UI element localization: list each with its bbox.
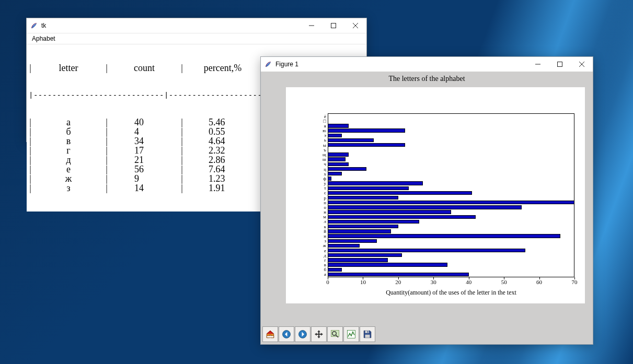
bar (328, 201, 574, 204)
y-tick-label: ж (323, 243, 328, 248)
save-button[interactable] (360, 326, 375, 342)
cell-percent: 0.55 (183, 127, 262, 136)
bar (328, 152, 349, 156)
bar (328, 268, 342, 272)
x-tick-label: 30 (431, 277, 436, 285)
y-tick-label: й (324, 229, 328, 234)
y-tick-label: х (324, 171, 328, 177)
x-tick-label: 50 (501, 277, 507, 285)
figure-feather-icon (264, 60, 272, 68)
cell-percent: 7.64 (183, 165, 262, 174)
y-tick-label: р (324, 195, 328, 201)
y-tick-label: о (324, 205, 328, 210)
y-tick-label: э (324, 133, 328, 138)
y-tick-label: ъ (324, 147, 328, 152)
cell-count: 9 (108, 174, 180, 183)
cell-count: 21 (108, 155, 180, 165)
tk-titlebar[interactable]: tk (27, 18, 366, 33)
cell-letter: д (32, 155, 105, 165)
cell-percent: 1.23 (183, 174, 262, 183)
bar (328, 138, 374, 142)
y-tick-label: н (324, 209, 328, 215)
y-tick-label: т (324, 185, 328, 191)
plot-background: Quantity(amount) of the uses of the lett… (286, 87, 585, 303)
cell-count: 34 (108, 136, 180, 146)
bar (328, 181, 423, 185)
maximize-button[interactable] (549, 57, 571, 72)
pan-button[interactable] (311, 326, 327, 342)
minimize-button[interactable] (527, 57, 549, 72)
zoom-button[interactable] (327, 326, 343, 342)
y-tick-label: л (324, 219, 328, 224)
y-tick-label: ч (324, 161, 328, 167)
y-tick-label: ё (324, 114, 328, 119)
menu-alphabet[interactable]: Aphabet (29, 34, 59, 43)
bar (328, 225, 398, 228)
cell-percent: 5.46 (183, 118, 262, 127)
bar (328, 191, 472, 195)
col-percent: percent,% (183, 63, 262, 73)
y-tick-label: ш (323, 157, 328, 162)
subplots-button[interactable] (343, 326, 359, 342)
y-tick-label: ы (323, 143, 328, 148)
cell-count: 14 (108, 183, 180, 193)
y-tick-label: ц (324, 167, 328, 172)
cell-percent: 2.32 (183, 146, 262, 155)
cell-percent: 4.64 (183, 136, 262, 146)
x-tick-label: 20 (395, 277, 401, 285)
cell-letter: а (32, 118, 105, 127)
cell-count: 4 (108, 127, 180, 136)
y-tick-label: с (324, 190, 328, 195)
x-tick-label: 60 (536, 277, 542, 285)
figure-canvas: The letters of the alphabet Quantity(amo… (261, 72, 593, 344)
cell-count: 56 (108, 165, 180, 174)
svg-rect-5 (558, 62, 562, 67)
x-tick-label: 0 (326, 277, 329, 285)
minimize-button[interactable] (301, 18, 323, 33)
close-button[interactable] (571, 57, 593, 72)
forward-button[interactable] (295, 326, 310, 342)
col-count: count (108, 63, 180, 73)
cell-letter: е (32, 165, 105, 174)
bar (328, 244, 360, 248)
bar (328, 234, 560, 238)
bar (328, 186, 409, 190)
y-tick-label: ь (324, 137, 328, 143)
y-tick-label: м (323, 214, 328, 219)
tk-menubar: Aphabet (27, 33, 366, 44)
bar (328, 220, 419, 224)
bar (328, 143, 405, 147)
svg-rect-8 (267, 336, 274, 338)
cell-letter: в (32, 136, 105, 146)
back-button[interactable] (279, 326, 294, 342)
close-button[interactable] (344, 18, 366, 33)
home-button[interactable] (262, 326, 278, 342)
bar (328, 253, 402, 257)
bar (328, 134, 342, 137)
y-tick-label: а (324, 272, 328, 277)
maximize-button[interactable] (323, 18, 344, 33)
y-tick-label: е (324, 248, 328, 253)
x-axis-label: Quantity(amount) of the uses of the lett… (328, 289, 574, 297)
figure-titlebar[interactable]: Figure 1 (261, 57, 593, 72)
matplotlib-toolbar (262, 326, 375, 342)
plot-area[interactable]: Quantity(amount) of the uses of the lett… (328, 113, 574, 277)
x-tick-label: 10 (360, 277, 366, 285)
y-tick-label: ф (323, 176, 328, 181)
tk-title: tk (41, 22, 46, 29)
cell-percent: 2.86 (183, 155, 262, 165)
cell-letter: ж (32, 174, 105, 183)
y-tick-label: к (324, 224, 328, 229)
cell-percent: 1.91 (183, 183, 262, 193)
bar (328, 167, 366, 171)
bar (328, 172, 342, 175)
cell-letter: з (32, 183, 105, 193)
y-tick-label: з (324, 238, 328, 243)
bar (328, 249, 525, 252)
svg-rect-1 (331, 24, 336, 28)
y-tick-label: б (324, 267, 328, 272)
cell-letter: б (32, 127, 105, 136)
y-tick-label: я (324, 123, 328, 128)
svg-rect-17 (367, 331, 369, 333)
bar (328, 157, 346, 161)
